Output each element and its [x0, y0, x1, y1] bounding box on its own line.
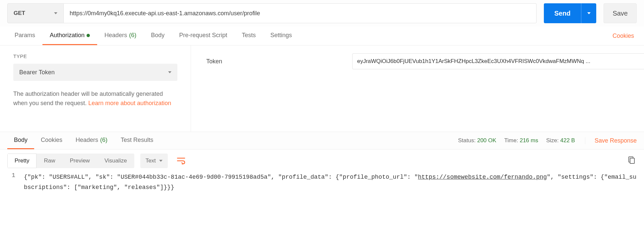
status-block: Status: 200 OK: [458, 137, 496, 144]
response-format-select[interactable]: Text: [140, 154, 168, 168]
tab-label: Authorization: [50, 32, 85, 39]
save-response-link[interactable]: Save Response: [585, 137, 637, 144]
authorization-panel: TYPE Bearer Token The authorization head…: [0, 45, 644, 132]
auth-type-select[interactable]: Bearer Token: [13, 64, 177, 81]
tab-prerequest-script[interactable]: Pre-request Script: [172, 27, 234, 45]
url-input[interactable]: https://0m4my0kq16.execute-api.us-east-1…: [64, 3, 537, 23]
body-prefix: {"pk": "USERS#ALL", "sk": "USER#044bb33c…: [24, 174, 418, 180]
token-row: Token eyJraWQiOiJ6b0FjUEVub1h1Y1ArSkFHZH…: [206, 53, 644, 69]
auth-type-label: TYPE: [13, 53, 177, 59]
tab-params[interactable]: Params: [7, 27, 42, 45]
token-label: Token: [206, 58, 352, 65]
time-label: Time:: [504, 137, 518, 144]
view-pretty-button[interactable]: Pretty: [7, 154, 36, 168]
svg-rect-1: [630, 158, 634, 163]
auth-learn-more-link[interactable]: Learn more about authorization: [88, 100, 171, 106]
format-value: Text: [146, 157, 156, 164]
view-raw-button[interactable]: Raw: [36, 154, 62, 168]
auth-type-column: TYPE Bearer Token The authorization head…: [0, 45, 191, 132]
chevron-down-icon: [587, 12, 591, 14]
tab-headers[interactable]: Headers (6): [97, 27, 144, 45]
response-body[interactable]: 1 {"pk": "USERS#ALL", "sk": "USER#044bb3…: [0, 172, 644, 200]
copy-response-button[interactable]: [627, 156, 637, 165]
cookies-link[interactable]: Cookies: [605, 27, 637, 45]
tab-label: Params: [15, 32, 35, 39]
tab-count: (6): [100, 137, 107, 144]
auth-fields-column: Token eyJraWQiOiJ6b0FjUEVub1h1Y1ArSkFHZH…: [191, 45, 644, 132]
view-visualize-button[interactable]: Visualize: [97, 154, 134, 168]
active-indicator-icon: [87, 34, 90, 37]
send-button-group: Send: [544, 3, 597, 23]
tab-label: Headers: [104, 32, 127, 39]
size-label: Size:: [546, 137, 559, 144]
wrap-lines-button[interactable]: [174, 154, 188, 168]
response-tab-test-results[interactable]: Test Results: [114, 132, 160, 149]
tab-tests[interactable]: Tests: [234, 27, 263, 45]
status-value: 200 OK: [477, 137, 496, 144]
time-block: Time: 216 ms: [504, 137, 538, 144]
token-input[interactable]: eyJraWQiOiJ6b0FjUEVub1h1Y1ArSkFHZHpcL3Zk…: [352, 53, 644, 69]
send-button[interactable]: Send: [544, 3, 581, 23]
chevron-down-icon: [168, 71, 171, 73]
save-button[interactable]: Save: [604, 3, 637, 23]
response-tab-headers[interactable]: Headers (6): [69, 132, 114, 149]
token-value: eyJraWQiOiJ6b0FjUEVub1h1Y1ArSkFHZHpcL3Zk…: [357, 58, 590, 65]
tab-authorization[interactable]: Authorization: [42, 27, 97, 45]
time-value: 216 ms: [520, 137, 538, 144]
wrap-icon: [177, 157, 185, 164]
status-label: Status:: [458, 137, 476, 144]
response-tab-cookies[interactable]: Cookies: [34, 132, 69, 149]
tab-label: Pre-request Script: [179, 32, 227, 39]
http-method-select[interactable]: GET: [7, 3, 64, 23]
tab-label: Body: [151, 32, 164, 39]
request-tabs: Params Authorization Headers (6) Body Pr…: [0, 27, 644, 45]
tab-label: Body: [14, 137, 28, 144]
tab-body[interactable]: Body: [144, 27, 172, 45]
tab-label: Cookies: [41, 137, 62, 144]
send-dropdown-button[interactable]: [581, 3, 596, 23]
response-tab-body[interactable]: Body: [7, 132, 34, 149]
response-view-bar: Pretty Raw Preview Visualize Text: [0, 150, 644, 172]
http-method-value: GET: [14, 10, 25, 17]
chevron-down-icon: [54, 12, 57, 14]
view-preview-button[interactable]: Preview: [62, 154, 97, 168]
view-mode-segment: Pretty Raw Preview Visualize: [7, 154, 134, 168]
chevron-down-icon: [159, 160, 162, 162]
line-number: 1: [7, 172, 24, 192]
size-block: Size: 422 B: [546, 137, 575, 144]
tab-label: Test Results: [121, 137, 153, 144]
tab-label: Settings: [270, 32, 292, 39]
tab-count: (6): [129, 32, 136, 39]
url-value: https://0m4my0kq16.execute-api.us-east-1…: [70, 10, 260, 17]
auth-help-text: The authorization header will be automat…: [13, 90, 177, 108]
tab-settings[interactable]: Settings: [263, 27, 299, 45]
code-line: 1 {"pk": "USERS#ALL", "sk": "USER#044bb3…: [7, 172, 637, 192]
body-url: https://somewebsite.com/fernando.png: [418, 174, 547, 180]
tab-label: Tests: [242, 32, 256, 39]
auth-type-value: Bearer Token: [19, 69, 55, 76]
line-content: {"pk": "USERS#ALL", "sk": "USER#044bb33c…: [24, 172, 637, 192]
tab-label: Headers: [76, 137, 98, 144]
copy-icon: [627, 156, 635, 164]
size-value: 422 B: [560, 137, 575, 144]
request-bar: GET https://0m4my0kq16.execute-api.us-ea…: [0, 0, 644, 27]
cookies-label: Cookies: [612, 32, 634, 39]
response-tabs: Body Cookies Headers (6) Test Results St…: [0, 132, 644, 150]
response-meta: Status: 200 OK Time: 216 ms Size: 422 B …: [458, 137, 637, 144]
